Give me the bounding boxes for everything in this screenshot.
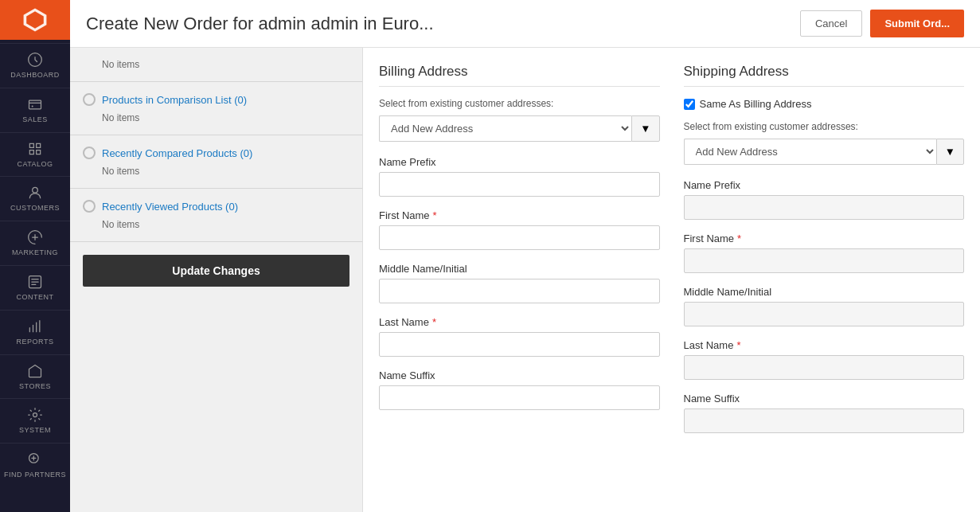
address-columns: Billing Address Select from existing cus… [379,64,964,446]
shipping-first-name-required: * [737,233,741,244]
billing-first-name-required: * [433,209,437,221]
shipping-middle-name-label: Middle Name/Initial [684,286,965,298]
recently-compared-spinner-icon [83,147,96,159]
svg-point-3 [33,188,38,193]
shipping-first-name-label: First Name* [684,233,965,244]
comparison-spinner-icon [83,93,96,106]
billing-select-label: Select from existing customer addresses: [379,98,660,109]
same-as-billing-row: Same As Billing Address [684,98,965,110]
main-content: Create New Order for admin admin in Euro… [70,0,980,512]
billing-address-select-row: Add New Address ▼ [379,115,660,142]
billing-address-select-arrow[interactable]: ▼ [631,115,659,142]
sidebar-item-find-partners[interactable]: FIND PARTNERS [0,443,70,487]
page-title: Create New Order for admin admin in Euro… [86,14,434,34]
recently-viewed-no-items: No items [83,219,349,230]
form-area: Billing Address Select from existing cus… [363,48,980,512]
sidebar-item-content-label: CONTENT [17,293,54,302]
shipping-first-name-field: First Name* [684,233,965,273]
panel-section-top: No items [70,48,362,82]
billing-middle-name-label: Middle Name/Initial [379,263,660,275]
billing-last-name-label: Last Name* [379,316,660,328]
shipping-select-label: Select from existing customer addresses: [684,121,965,132]
shipping-address-section: Shipping Address Same As Billing Address… [684,64,965,446]
billing-name-suffix-field: Name Suffix [379,369,660,410]
shipping-last-name-input[interactable] [684,355,965,380]
sidebar-item-marketing-label: MARKETING [12,248,58,257]
cancel-button[interactable]: Cancel [800,10,862,37]
sidebar-item-dashboard-label: DASHBOARD [10,71,60,80]
sidebar-item-content[interactable]: CONTENT [0,265,70,310]
same-as-billing-label: Same As Billing Address [700,98,812,110]
billing-address-section: Billing Address Select from existing cus… [379,64,660,446]
content-area: No items Products in Comparison List (0)… [70,48,980,512]
recently-compared-header: Recently Compared Products (0) [83,147,349,159]
comparison-title[interactable]: Products in Comparison List (0) [102,94,247,106]
billing-name-suffix-label: Name Suffix [379,369,660,381]
page-header: Create New Order for admin admin in Euro… [70,0,980,48]
recently-viewed-header: Recently Viewed Products (0) [83,200,349,213]
sidebar-item-stores-label: STORES [19,382,51,391]
header-actions: Cancel Submit Ord... [800,10,964,37]
panel-section-comparison: Products in Comparison List (0) No items [70,82,362,135]
recently-compared-title[interactable]: Recently Compared Products (0) [102,147,252,159]
panel-section-recently-viewed: Recently Viewed Products (0) No items [70,189,362,242]
recently-compared-no-items: No items [83,166,349,177]
sidebar-item-sales[interactable]: SALES [0,88,70,132]
sidebar-item-system-label: SYSTEM [19,426,51,435]
shipping-last-name-label: Last Name* [684,339,965,351]
billing-middle-name-input[interactable] [379,279,660,303]
sidebar-item-reports[interactable]: REPORTS [0,310,70,354]
shipping-address-select[interactable]: Add New Address [684,139,936,165]
billing-first-name-input[interactable] [379,225,660,250]
shipping-name-suffix-input[interactable] [684,408,965,433]
billing-address-select[interactable]: Add New Address [379,115,631,142]
recently-viewed-title[interactable]: Recently Viewed Products (0) [102,201,238,213]
shipping-first-name-input[interactable] [684,248,965,273]
same-as-billing-checkbox[interactable] [684,99,695,110]
sidebar-item-catalog-label: CATALOG [17,160,53,169]
shipping-name-prefix-field: Name Prefix [684,179,965,220]
shipping-last-name-field: Last Name* [684,339,965,380]
comparison-no-items: No items [83,112,349,123]
shipping-name-suffix-field: Name Suffix [684,393,965,433]
billing-name-prefix-input[interactable] [379,172,660,197]
sidebar-item-find-partners-label: FIND PARTNERS [4,471,66,479]
shipping-name-suffix-label: Name Suffix [684,393,965,405]
shipping-name-prefix-label: Name Prefix [684,179,965,191]
sidebar-item-stores[interactable]: STORES [0,354,70,399]
update-changes-button[interactable]: Update Changes [83,255,349,287]
logo [0,0,70,40]
sidebar-item-reports-label: REPORTS [17,338,54,346]
sidebar-item-marketing[interactable]: MARKETING [0,221,70,265]
billing-last-name-required: * [432,316,436,328]
sidebar-item-customers[interactable]: CUSTOMERS [0,176,70,221]
shipping-name-prefix-input[interactable] [684,195,965,220]
panel-section-recently-compared: Recently Compared Products (0) No items [70,135,362,189]
billing-first-name-label: First Name* [379,209,660,221]
sidebar-item-system[interactable]: SYSTEM [0,398,70,443]
billing-first-name-field: First Name* [379,209,660,250]
shipping-middle-name-input[interactable] [684,302,965,326]
billing-last-name-field: Last Name* [379,316,660,357]
shipping-last-name-required: * [736,339,740,351]
svg-point-2 [32,105,33,107]
svg-rect-1 [29,100,41,109]
shipping-address-select-row: Add New Address ▼ [684,139,965,165]
sidebar: DASHBOARD SALES CATALOG CUSTOMERS MARKET… [0,0,70,512]
billing-name-prefix-label: Name Prefix [379,156,660,168]
sidebar-item-sales-label: SALES [22,115,48,124]
submit-order-button[interactable]: Submit Ord... [870,10,964,37]
sidebar-item-catalog[interactable]: CATALOG [0,132,70,177]
sidebar-item-customers-label: CUSTOMERS [10,204,60,213]
billing-address-heading: Billing Address [379,64,660,87]
top-no-items: No items [83,59,349,70]
left-panel: No items Products in Comparison List (0)… [70,48,363,512]
recently-viewed-spinner-icon [83,200,96,213]
sidebar-item-dashboard[interactable]: DASHBOARD [0,43,70,88]
billing-last-name-input[interactable] [379,332,660,357]
billing-name-suffix-input[interactable] [379,385,660,410]
billing-name-prefix-field: Name Prefix [379,156,660,197]
shipping-address-select-arrow[interactable]: ▼ [936,139,964,165]
billing-middle-name-field: Middle Name/Initial [379,263,660,303]
comparison-header: Products in Comparison List (0) [83,93,349,106]
